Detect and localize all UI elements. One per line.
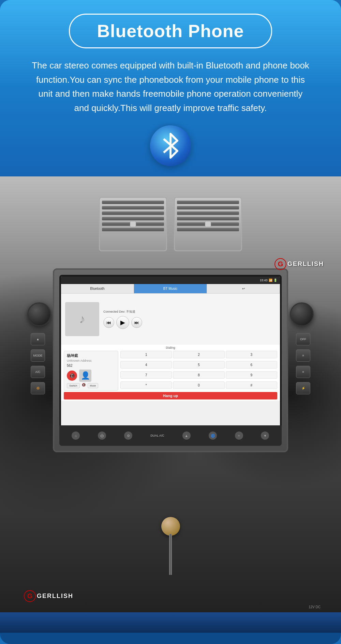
gear-shifter-area: [157, 517, 184, 578]
vent-slat: [177, 201, 239, 204]
connected-device-label: Connected Dev: 不知道: [103, 310, 142, 314]
vent-slat: [102, 206, 164, 209]
left-vent: [99, 197, 167, 251]
settings-button[interactable]: ⚙: [124, 431, 132, 440]
left-side-buttons: ▲ MODE A/C 🔆: [31, 333, 45, 394]
stereo-frame: 15:43 📶 🔋 Bluetooth BT Music ↩: [59, 275, 282, 446]
brand-g-icon-right: G: [275, 258, 286, 270]
voltage-label: 12V DC: [309, 605, 321, 609]
left-vent-slats: [100, 198, 166, 234]
brand-logo-right: G GERLLISH: [275, 258, 324, 270]
bluetooth-logo: [150, 125, 191, 166]
brand-name: GERLLISH: [37, 593, 73, 600]
caller-avatar-row: 📵 👤: [67, 370, 115, 382]
right-volume-knob[interactable]: [290, 302, 314, 326]
numpad-key-4[interactable]: 4: [120, 361, 172, 368]
numpad-key-2[interactable]: 2: [173, 351, 224, 358]
right-vent: [174, 197, 242, 251]
numpad-key-8[interactable]: 8: [173, 371, 224, 379]
menu-button-1[interactable]: ≡: [296, 349, 310, 362]
tab-back[interactable]: ↩: [207, 284, 280, 293]
vent-slat: [102, 228, 164, 231]
numpad-key-star[interactable]: *: [120, 381, 172, 389]
numpad-key-5[interactable]: 5: [173, 361, 224, 368]
fan-button[interactable]: 🌀: [209, 431, 217, 440]
caller-info: 杨坤庭 Unknown Address 562 📵 👤 Switch: [64, 351, 118, 391]
right-vent-slats: [175, 198, 241, 234]
power-button[interactable]: ⚡: [296, 382, 310, 394]
menu-button-2[interactable]: ≡: [296, 366, 310, 378]
bluetooth-circle: [150, 125, 191, 166]
vent-button: [205, 221, 211, 227]
stereo-unit: 15:43 📶 🔋 Bluetooth BT Music ↩: [53, 268, 288, 452]
vent-slat: [102, 217, 164, 220]
title-box: Bluetooth Phone: [69, 14, 272, 48]
right-side-buttons: OFF ≡ ≡ ⚡: [296, 333, 310, 394]
dialing-label: Dialing: [64, 346, 277, 349]
vent-slat: [177, 211, 239, 215]
brand-watermark-left: G GERLLISH: [24, 590, 73, 602]
caller-address: Unknown Address: [67, 359, 115, 362]
vents-area: [61, 197, 280, 265]
switch-mute-row: Switch 🔇 Mute: [67, 383, 115, 388]
stereo-bottom-controls: ⌂ ⏻ ⚙ DUAL A/C ▲ 🌀 + ▼: [59, 425, 282, 446]
music-playback-buttons: ⏮ ▶ ⏭: [103, 316, 142, 329]
numpad-key-hash[interactable]: #: [226, 381, 277, 389]
dialing-section: Dialing 杨坤庭 Unknown Address 562 📵 👤: [61, 345, 280, 401]
down-button[interactable]: ▼: [261, 431, 269, 440]
vent-slat: [177, 217, 239, 220]
music-note-icon: ♪: [79, 312, 85, 326]
page-title: Bluetooth Phone: [97, 21, 244, 41]
plus-button[interactable]: +: [235, 431, 243, 440]
power-ctl-button[interactable]: ⏻: [98, 431, 106, 440]
tab-bluetooth[interactable]: Bluetooth: [61, 284, 134, 293]
gear-stick: [169, 534, 172, 575]
caller-name: 杨坤庭: [67, 353, 115, 358]
caller-number: 562: [67, 364, 115, 367]
next-button[interactable]: ⏭: [131, 317, 142, 328]
tab-bt-music[interactable]: BT Music: [134, 284, 207, 293]
mute-button[interactable]: Mute: [88, 383, 99, 388]
numpad-key-0[interactable]: 0: [173, 381, 224, 389]
off-button[interactable]: OFF: [296, 333, 310, 345]
bottom-fade: [0, 612, 341, 633]
play-button[interactable]: ▶: [116, 316, 129, 329]
status-icons: 📶 🔋: [269, 279, 277, 282]
music-album-art: ♪: [65, 302, 99, 336]
numpad-key-9[interactable]: 9: [226, 371, 277, 379]
status-time: 15:43: [260, 279, 268, 282]
screen-tabs: Bluetooth BT Music ↩: [61, 284, 280, 294]
home-button[interactable]: ⌂: [72, 431, 80, 440]
numpad-key-7[interactable]: 7: [120, 371, 172, 379]
dimmer-button[interactable]: 🔆: [31, 382, 45, 394]
ac-button[interactable]: A/C: [31, 366, 45, 378]
numpad-key-1[interactable]: 1: [120, 351, 172, 358]
stereo-screen[interactable]: 15:43 📶 🔋 Bluetooth BT Music ↩: [61, 277, 280, 426]
up-button[interactable]: ▲: [182, 431, 191, 440]
mute-icon: 🔇: [82, 383, 86, 388]
car-section: ▲ MODE A/C 🔆 OFF ≡ ≡ ⚡ 15:43: [0, 176, 341, 612]
left-volume-knob[interactable]: [27, 302, 51, 326]
numpad-key-3[interactable]: 3: [226, 351, 277, 358]
description-text: The car stereo comes equipped with built…: [31, 59, 310, 115]
warning-button[interactable]: ▲: [31, 333, 45, 345]
car-interior: ▲ MODE A/C 🔆 OFF ≡ ≡ ⚡ 15:43: [0, 176, 341, 612]
vent-slat: [102, 211, 164, 215]
bt-music-area: ♪ Connected Dev: 不知道 ⏮ ▶ ⏭: [61, 294, 280, 345]
top-section: Bluetooth Phone The car stereo comes equ…: [0, 0, 341, 176]
tab-bluetooth-label: Bluetooth: [90, 287, 104, 290]
end-call-button[interactable]: 📵: [67, 371, 77, 381]
hang-up-button[interactable]: Hang up: [64, 392, 277, 399]
tab-bt-music-label: BT Music: [163, 287, 178, 290]
numpad: 1 2 3 4 5 6 7 8 9 *: [120, 351, 277, 391]
bluetooth-icon: [160, 132, 181, 159]
brand-name-right: GERLLISH: [287, 261, 324, 268]
mode-button[interactable]: MODE: [31, 349, 45, 362]
dialing-content: 杨坤庭 Unknown Address 562 📵 👤 Switch: [64, 351, 277, 391]
numpad-key-6[interactable]: 6: [226, 361, 277, 368]
prev-button[interactable]: ⏮: [103, 317, 114, 328]
switch-button[interactable]: Switch: [67, 383, 80, 388]
gear-ball: [161, 517, 180, 536]
music-controls: Connected Dev: 不知道 ⏮ ▶ ⏭: [103, 310, 142, 329]
vent-slat: [102, 201, 164, 204]
